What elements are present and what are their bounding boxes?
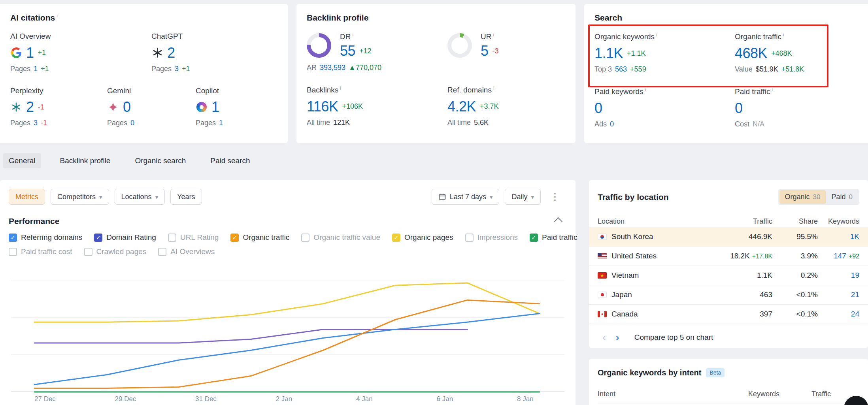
paid-keywords-label: Paid keywordsi <box>594 87 735 96</box>
paid-traffic-value[interactable]: 0 <box>735 100 743 116</box>
organic-traffic-value[interactable]: 468K <box>735 45 767 61</box>
table-row[interactable]: Vietnam 1.1K 0.2% 19 <box>589 266 868 285</box>
traffic-value-amount: $51.9K <box>756 65 778 73</box>
years-button[interactable]: Years <box>170 189 202 205</box>
flag-icon-south-korea <box>598 234 607 240</box>
paid-traffic-label: Paid traffici <box>735 87 858 96</box>
keywords-link[interactable]: 24 <box>851 310 859 318</box>
info-icon[interactable]: i <box>493 85 494 91</box>
ar-value[interactable]: 393,593 <box>320 64 345 72</box>
ads-value[interactable]: 0 <box>610 120 614 128</box>
tab-organic-search[interactable]: Organic search <box>129 153 191 169</box>
backlinks-value[interactable]: 116K <box>307 99 338 115</box>
pages-count[interactable]: 3 <box>34 119 38 127</box>
ur-label: URi <box>481 32 499 41</box>
chatgpt-count[interactable]: 2 <box>167 45 175 61</box>
perplexity-count[interactable]: 2 <box>26 99 34 115</box>
gemini-icon <box>107 101 119 113</box>
keywords-link[interactable]: 1K <box>850 232 859 241</box>
ai-item-copilot: Copilot 1 Pages 1 <box>196 87 223 127</box>
info-icon[interactable]: i <box>783 32 784 38</box>
tab-general[interactable]: General <box>3 153 41 169</box>
metric-checkbox-impressions[interactable]: Impressions <box>465 233 518 242</box>
metrics-toolbar: Metrics Competitors▾ Locations▾ Years La… <box>9 189 567 205</box>
info-icon[interactable]: i <box>656 32 657 38</box>
perplexity-icon <box>10 101 22 113</box>
tab-paid-search[interactable]: Paid search <box>205 153 255 169</box>
metric-checkbox-domain-rating[interactable]: ✓Domain Rating <box>94 233 156 242</box>
date-range-button[interactable]: Last 7 days ▾ <box>432 189 500 205</box>
ai-item-gemini: Gemini 0 Pages 0 <box>107 87 196 127</box>
organic-keywords-value[interactable]: 1.1K <box>594 45 623 61</box>
organic-traffic-label: Organic traffici <box>735 32 858 41</box>
dr-value[interactable]: 55 <box>340 43 355 59</box>
table-row[interactable]: Canada 397 <0.1% 24 <box>589 305 868 324</box>
top3-label: Top 3 <box>594 65 612 73</box>
competitors-button[interactable]: Competitors▾ <box>51 189 109 205</box>
metric-checkbox-ai-overviews[interactable]: AI Overviews <box>158 247 215 256</box>
ref-domains-value[interactable]: 4.2K <box>447 99 476 115</box>
performance-header: Performance <box>9 217 567 226</box>
next-page-arrow[interactable]: › <box>611 332 624 343</box>
paid-keywords-value[interactable]: 0 <box>594 100 602 116</box>
flag-icon-canada <box>598 311 607 317</box>
performance-title: Performance <box>9 217 59 226</box>
metric-checkbox-crawled-pages[interactable]: Crawled pages <box>84 247 147 256</box>
tab-backlink-profile[interactable]: Backlink profile <box>55 153 116 169</box>
pages-count[interactable]: 1 <box>34 65 38 73</box>
metrics-button[interactable]: Metrics <box>9 189 45 205</box>
keywords-link[interactable]: 21 <box>851 290 859 299</box>
paid-traffic-block: Paid traffici 0 Cost N/A <box>735 87 858 128</box>
metric-checkbox-row-2: Paid traffic cost Crawled pages AI Overv… <box>9 247 567 256</box>
granularity-button[interactable]: Daily▾ <box>505 189 541 205</box>
alltime-label: All time <box>447 119 471 127</box>
gemini-count[interactable]: 0 <box>123 99 131 115</box>
location-name: Vietnam <box>611 271 639 280</box>
info-icon[interactable]: i <box>645 87 646 92</box>
metric-checkbox-organic-traffic[interactable]: ✓Organic traffic <box>230 233 289 242</box>
prev-page-arrow[interactable]: ‹ <box>598 332 611 343</box>
info-icon[interactable]: i <box>493 32 494 38</box>
dr-delta: +12 <box>359 47 372 55</box>
keywords-link[interactable]: 19 <box>851 271 859 279</box>
ai-overview-count[interactable]: 1 <box>26 45 34 61</box>
chevron-down-icon: ▾ <box>155 194 159 200</box>
ur-value[interactable]: 5 <box>481 43 489 59</box>
checkbox-icon: ✓ <box>94 234 102 242</box>
ai-item-chatgpt: ChatGPT 2 Pages 3 +1 <box>151 32 190 73</box>
top3-value[interactable]: 563 <box>615 65 627 73</box>
table-row[interactable]: United States 18.2K+17.8K 3.9% 147+92 <box>589 247 868 266</box>
ref-domains-block: Ref. domainsi 4.2K +3.7K All time 5.6K <box>447 85 565 127</box>
pages-count[interactable]: 0 <box>130 119 134 127</box>
backlinks-block: Backlinksi 116K +106K All time 121K <box>307 85 447 127</box>
info-icon[interactable]: i <box>57 13 58 19</box>
compare-top5-label[interactable]: Compare top 5 on chart <box>634 333 713 342</box>
keywords-link[interactable]: 147 <box>834 252 846 260</box>
metric-checkbox-referring-domains[interactable]: ✓Referring domains <box>9 233 82 242</box>
segment-paid[interactable]: Paid0 <box>826 190 859 204</box>
collapse-chevron-icon[interactable] <box>554 217 562 225</box>
metric-checkbox-paid-traffic-cost[interactable]: Paid traffic cost <box>9 247 72 256</box>
info-icon[interactable]: i <box>352 32 353 38</box>
metric-checkbox-organic-traffic-value[interactable]: Organic traffic value <box>301 233 380 242</box>
pages-count[interactable]: 1 <box>219 119 223 127</box>
flag-icon-united-states <box>598 253 607 259</box>
cost-value: N/A <box>753 120 764 128</box>
info-icon[interactable]: i <box>340 85 341 91</box>
copilot-count[interactable]: 1 <box>211 99 219 115</box>
metric-checkbox-url-rating[interactable]: URL Rating <box>168 233 219 242</box>
table-row[interactable]: South Korea 446.9K 95.5% 1K <box>589 227 868 247</box>
pages-count[interactable]: 3 <box>175 65 179 73</box>
ads-label: Ads <box>594 120 607 128</box>
info-icon[interactable]: i <box>772 87 773 92</box>
performance-chart[interactable]: 27 Dec29 Dec31 Dec2 Jan4 Jan6 Jan8 Jan <box>9 270 567 405</box>
more-options-button[interactable]: ⋮ <box>546 190 564 203</box>
segment-organic[interactable]: Organic30 <box>779 190 826 204</box>
metric-checkbox-paid-traffic[interactable]: ✓Paid traffic <box>530 233 577 242</box>
pages-label: Pages <box>10 65 30 73</box>
pages-delta: +1 <box>182 65 190 73</box>
metric-checkbox-organic-pages[interactable]: ✓Organic pages <box>392 233 453 242</box>
locations-button[interactable]: Locations▾ <box>115 189 165 205</box>
x-axis-labels: 27 Dec29 Dec31 Dec2 Jan4 Jan6 Jan8 Jan <box>9 395 567 405</box>
table-row[interactable]: Japan 463 <0.1% 21 <box>589 285 868 305</box>
